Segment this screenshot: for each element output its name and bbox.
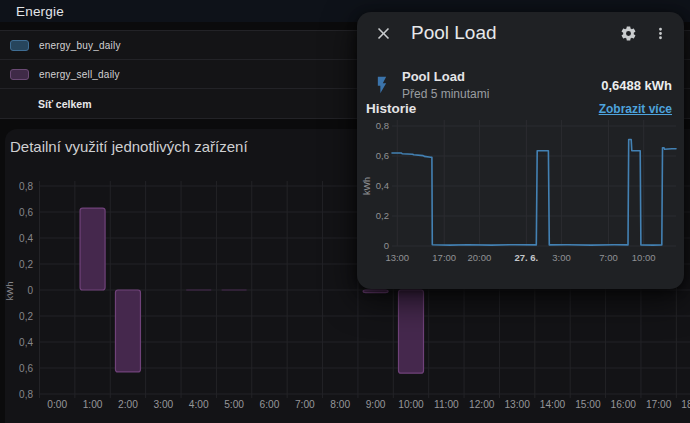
svg-text:7:00: 7:00: [295, 399, 315, 410]
svg-text:11:00: 11:00: [434, 399, 459, 410]
gear-icon: [620, 25, 637, 42]
svg-text:0,2: 0,2: [19, 311, 33, 322]
svg-text:8:00: 8:00: [330, 399, 350, 410]
legend-label: energy_sell_daily: [39, 69, 120, 80]
svg-text:10:00: 10:00: [398, 399, 424, 410]
svg-text:0,6: 0,6: [376, 150, 389, 161]
legend-label: energy_buy_daily: [39, 40, 121, 51]
series-swatch-purple-icon: [10, 69, 29, 80]
svg-text:0,4: 0,4: [376, 180, 389, 191]
svg-text:kWh: kWh: [362, 177, 372, 195]
svg-text:9:00: 9:00: [366, 399, 386, 410]
svg-text:0,4: 0,4: [19, 337, 33, 348]
svg-text:3:00: 3:00: [552, 252, 571, 263]
svg-text:13:00: 13:00: [504, 399, 530, 410]
svg-text:0: 0: [27, 285, 33, 296]
entity-name: Pool Load: [402, 69, 601, 85]
svg-text:0,6: 0,6: [19, 363, 33, 374]
svg-text:0,8: 0,8: [19, 181, 33, 192]
svg-text:17:00: 17:00: [646, 399, 672, 410]
screen: Energie energy_buy_daily energy_sell_dai…: [0, 0, 690, 423]
svg-text:13:00: 13:00: [385, 252, 409, 263]
svg-text:0:00: 0:00: [47, 399, 67, 410]
svg-text:17:00: 17:00: [432, 252, 456, 263]
svg-text:15:00: 15:00: [575, 399, 601, 410]
series-swatch-blue-icon: [10, 40, 29, 51]
close-button[interactable]: [371, 21, 395, 45]
svg-text:0,2: 0,2: [19, 259, 33, 270]
flash-icon: [372, 75, 392, 95]
overflow-menu-button[interactable]: [648, 21, 672, 45]
svg-text:10:00: 10:00: [632, 252, 656, 263]
svg-text:1:00: 1:00: [83, 399, 103, 410]
entity-state: 0,6488 kWh: [601, 78, 672, 93]
close-icon: [374, 24, 393, 43]
svg-text:4:00: 4:00: [189, 399, 209, 410]
svg-text:27. 6.: 27. 6.: [514, 252, 538, 263]
dots-vertical-icon: [652, 25, 669, 42]
svg-text:18:00: 18:00: [681, 399, 690, 410]
settings-button[interactable]: [616, 21, 640, 45]
svg-text:0,2: 0,2: [376, 210, 389, 221]
entity-last-changed: Před 5 minutami: [402, 87, 601, 101]
entity-dialog: Pool Load Pool Load Před 5 minutami 0,64…: [357, 12, 684, 289]
entity-row: Pool Load Před 5 minutami 0,6488 kWh: [372, 64, 672, 106]
grid-total-label: Síť celkem: [38, 98, 91, 110]
dialog-title: Pool Load: [411, 22, 616, 44]
history-chart[interactable]: 00,20,40,60,813:0017:0020:0027. 6.3:007:…: [357, 112, 684, 274]
svg-text:6:00: 6:00: [260, 399, 280, 410]
svg-text:14:00: 14:00: [540, 399, 566, 410]
svg-text:12:00: 12:00: [469, 399, 495, 410]
dialog-header: Pool Load: [357, 12, 684, 54]
svg-text:0,4: 0,4: [19, 233, 33, 244]
svg-text:2:00: 2:00: [118, 399, 138, 410]
svg-text:0,6: 0,6: [19, 207, 33, 218]
svg-text:kWh: kWh: [4, 282, 15, 301]
svg-text:3:00: 3:00: [153, 399, 173, 410]
section-title: Detailní využití jednotlivých zařízení: [10, 138, 248, 155]
svg-text:20:00: 20:00: [468, 252, 492, 263]
page-title: Energie: [16, 4, 64, 19]
svg-text:7:00: 7:00: [599, 252, 618, 263]
svg-text:16:00: 16:00: [611, 399, 637, 410]
svg-text:0,8: 0,8: [19, 389, 33, 400]
svg-text:0: 0: [384, 240, 389, 251]
svg-text:5:00: 5:00: [224, 399, 244, 410]
svg-text:0,8: 0,8: [376, 120, 389, 131]
